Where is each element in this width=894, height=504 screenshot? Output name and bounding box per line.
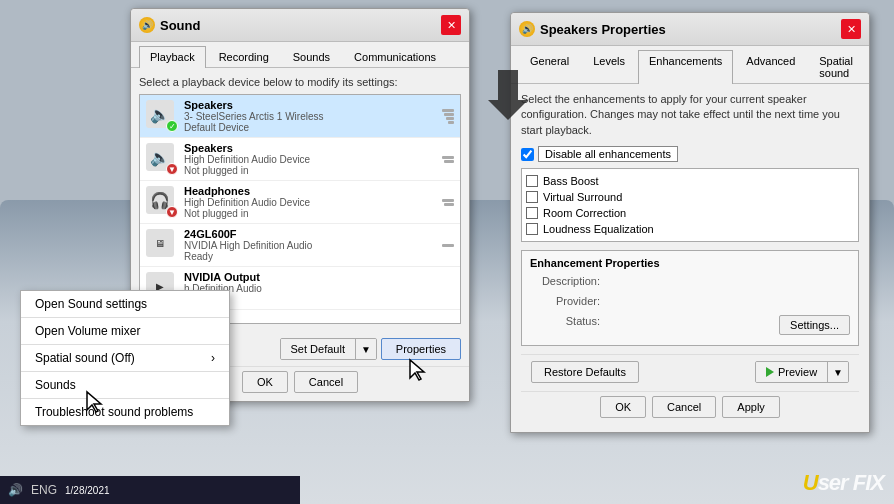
ctx-open-sound-settings[interactable]: Open Sound settings [21,291,229,318]
mouse-cursor [85,390,105,414]
speakers-footer: Restore Defaults Preview ▼ [521,354,859,391]
props-title: Enhancement Properties [530,257,850,269]
device-name-3: 24GL600F [184,228,432,240]
tab-levels[interactable]: Levels [582,50,636,83]
sound-dialog-close[interactable]: ✕ [441,15,461,35]
properties-button[interactable]: Properties [381,338,461,360]
status-green-0: ✓ [166,120,178,132]
bar [444,113,454,116]
description-row: Description: [530,275,850,291]
bar [442,244,454,247]
virtual-surround-checkbox[interactable] [526,191,538,203]
tab-communications[interactable]: Communications [343,46,447,67]
enhancement-loudness: Loudness Equalization [526,221,854,237]
watermark: User FIX [803,470,884,496]
tab-sounds[interactable]: Sounds [282,46,341,67]
enhancements-body: Select the enhancements to apply for you… [511,84,869,432]
preview-label: Preview [778,366,817,378]
speakers-ok-row: OK Cancel Apply [521,391,859,424]
disable-all-checkbox[interactable] [521,148,534,161]
bar [448,121,454,124]
svg-marker-0 [488,70,528,120]
enhancement-properties: Enhancement Properties Description: Prov… [521,250,859,346]
ctx-sounds[interactable]: Sounds [21,372,229,399]
sound-dialog-title: Sound [160,18,200,33]
enhancement-virtual-surround: Virtual Surround [526,189,854,205]
device-icon-3: 🖥 [146,229,178,261]
device-sub1-2: High Definition Audio Device [184,197,432,208]
device-item-3[interactable]: 🖥 24GL600F NVIDIA High Definition Audio … [140,224,460,267]
bar [442,199,454,202]
ctx-troubleshoot[interactable]: Troubleshoot sound problems [21,399,229,425]
device-item-1[interactable]: 🔈 ▼ Speakers High Definition Audio Devic… [140,138,460,181]
device-item-2[interactable]: 🎧 ▼ Headphones High Definition Audio Dev… [140,181,460,224]
device-sub2-0: Default Device [184,122,432,133]
room-correction-label: Room Correction [543,207,626,219]
ctx-spatial-label: Spatial sound (Off) [35,351,135,365]
watermark-u: U [803,470,818,495]
playback-instruction: Select a playback device below to modify… [139,76,461,88]
speakers-apply-button[interactable]: Apply [722,396,780,418]
speakers-ok-button[interactable]: OK [600,396,646,418]
device-sub1-3: NVIDIA High Definition Audio [184,240,432,251]
play-icon [766,367,774,377]
speakers-dialog-close[interactable]: ✕ [841,19,861,39]
device-bars-3 [438,244,454,247]
ctx-spatial-arrow: › [211,351,215,365]
device-info-3: 24GL600F NVIDIA High Definition Audio Re… [184,228,432,262]
description-key: Description: [530,275,600,287]
device-sub2-1: Not plugged in [184,165,432,176]
provider-row: Provider: [530,295,850,311]
svg-marker-1 [87,392,101,412]
device-info-2: Headphones High Definition Audio Device … [184,185,432,219]
enhancement-bass-boost: Bass Boost [526,173,854,189]
speakers-title-area: 🔊 Speakers Properties [519,21,666,37]
disable-all-row: Disable all enhancements [521,146,859,162]
speakers-dialog-tabs: General Levels Enhancements Advanced Spa… [511,46,869,84]
bass-boost-label: Bass Boost [543,175,599,187]
preview-dropdown-arrow[interactable]: ▼ [828,362,848,382]
bar [442,109,454,112]
mouse-cursor-2 [408,358,428,382]
preview-button[interactable]: Preview [756,362,828,382]
tab-playback[interactable]: Playback [139,46,206,68]
device-name-1: Speakers [184,142,432,154]
tab-enhancements[interactable]: Enhancements [638,50,733,84]
sound-ok-button[interactable]: OK [242,371,288,393]
room-correction-checkbox[interactable] [526,207,538,219]
device-sub1-1: High Definition Audio Device [184,154,432,165]
disable-all-label[interactable]: Disable all enhancements [538,146,678,162]
bass-boost-checkbox[interactable] [526,175,538,187]
set-default-button[interactable]: Set Default [281,339,356,359]
taskbar-speaker-icon: 🔊 [8,483,23,497]
sound-dialog-title-area: 🔊 Sound [139,17,200,33]
tab-general[interactable]: General [519,50,580,83]
device-icon-1: 🔈 ▼ [146,143,178,175]
speakers-properties-dialog: 🔊 Speakers Properties ✕ General Levels E… [510,12,870,433]
tab-spatial[interactable]: Spatial sound [808,50,864,83]
restore-defaults-button[interactable]: Restore Defaults [531,361,639,383]
set-default-arrow[interactable]: ▼ [356,339,376,359]
status-red-2: ▼ [166,206,178,218]
tab-recording[interactable]: Recording [208,46,280,67]
sound-cancel-button[interactable]: Cancel [294,371,358,393]
set-default-split: Set Default ▼ [280,338,377,360]
device-info-0: Speakers 3- SteelSeries Arctis 1 Wireles… [184,99,432,133]
device-bars-0 [438,109,454,124]
sound-dialog-titlebar: 🔊 Sound ✕ [131,9,469,42]
speakers-dialog-title: Speakers Properties [540,22,666,37]
settings-button[interactable]: Settings... [779,315,850,335]
provider-key: Provider: [530,295,600,307]
virtual-surround-label: Virtual Surround [543,191,622,203]
device-icon-0: 🔈 ✓ [146,100,178,132]
tab-advanced[interactable]: Advanced [735,50,806,83]
speakers-cancel-button[interactable]: Cancel [652,396,716,418]
loudness-checkbox[interactable] [526,223,538,235]
watermark-rest: ser FIX [818,470,884,495]
status-row: Status: Settings... [530,315,850,335]
ctx-spatial-sound[interactable]: Spatial sound (Off) › [21,345,229,372]
device-name-2: Headphones [184,185,432,197]
device-item-0[interactable]: 🔈 ✓ Speakers 3- SteelSeries Arctis 1 Wir… [140,95,460,138]
device-sub2-3: Ready [184,251,432,262]
ctx-open-volume-mixer[interactable]: Open Volume mixer [21,318,229,345]
